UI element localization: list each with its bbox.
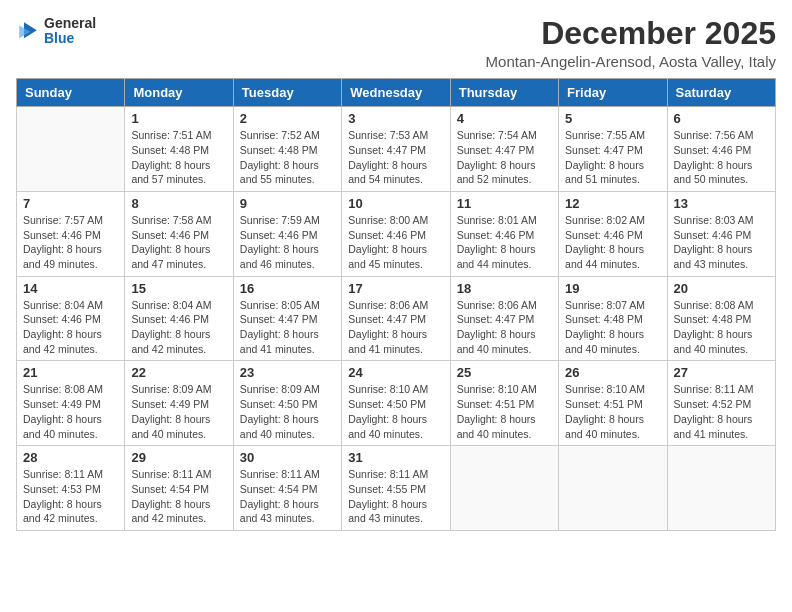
day-number: 8 xyxy=(131,196,226,211)
day-info: Sunrise: 7:54 AMSunset: 4:47 PMDaylight:… xyxy=(457,128,552,187)
logo-blue: Blue xyxy=(44,31,96,46)
day-info: Sunrise: 8:01 AMSunset: 4:46 PMDaylight:… xyxy=(457,213,552,272)
day-number: 22 xyxy=(131,365,226,380)
day-info: Sunrise: 8:11 AMSunset: 4:52 PMDaylight:… xyxy=(674,382,769,441)
calendar-header-thursday: Thursday xyxy=(450,79,558,107)
day-number: 29 xyxy=(131,450,226,465)
day-info: Sunrise: 8:10 AMSunset: 4:51 PMDaylight:… xyxy=(565,382,660,441)
header: General Blue December 2025 Montan-Angeli… xyxy=(16,16,776,70)
day-info: Sunrise: 8:06 AMSunset: 4:47 PMDaylight:… xyxy=(457,298,552,357)
calendar-cell xyxy=(667,446,775,531)
calendar-header-saturday: Saturday xyxy=(667,79,775,107)
day-info: Sunrise: 8:10 AMSunset: 4:50 PMDaylight:… xyxy=(348,382,443,441)
logo-icon xyxy=(16,19,40,43)
calendar-cell: 12Sunrise: 8:02 AMSunset: 4:46 PMDayligh… xyxy=(559,191,667,276)
calendar-cell: 24Sunrise: 8:10 AMSunset: 4:50 PMDayligh… xyxy=(342,361,450,446)
title-area: December 2025 Montan-Angelin-Arensod, Ao… xyxy=(486,16,776,70)
day-number: 18 xyxy=(457,281,552,296)
calendar-cell: 13Sunrise: 8:03 AMSunset: 4:46 PMDayligh… xyxy=(667,191,775,276)
day-number: 15 xyxy=(131,281,226,296)
day-number: 13 xyxy=(674,196,769,211)
calendar-header-monday: Monday xyxy=(125,79,233,107)
calendar-cell: 16Sunrise: 8:05 AMSunset: 4:47 PMDayligh… xyxy=(233,276,341,361)
day-number: 6 xyxy=(674,111,769,126)
month-title: December 2025 xyxy=(486,16,776,51)
calendar-cell: 3Sunrise: 7:53 AMSunset: 4:47 PMDaylight… xyxy=(342,107,450,192)
day-info: Sunrise: 7:52 AMSunset: 4:48 PMDaylight:… xyxy=(240,128,335,187)
day-info: Sunrise: 8:00 AMSunset: 4:46 PMDaylight:… xyxy=(348,213,443,272)
calendar-cell: 25Sunrise: 8:10 AMSunset: 4:51 PMDayligh… xyxy=(450,361,558,446)
calendar-cell: 14Sunrise: 8:04 AMSunset: 4:46 PMDayligh… xyxy=(17,276,125,361)
calendar-cell: 23Sunrise: 8:09 AMSunset: 4:50 PMDayligh… xyxy=(233,361,341,446)
calendar-cell: 6Sunrise: 7:56 AMSunset: 4:46 PMDaylight… xyxy=(667,107,775,192)
day-number: 11 xyxy=(457,196,552,211)
calendar-week-row: 28Sunrise: 8:11 AMSunset: 4:53 PMDayligh… xyxy=(17,446,776,531)
calendar-cell: 19Sunrise: 8:07 AMSunset: 4:48 PMDayligh… xyxy=(559,276,667,361)
calendar-cell: 7Sunrise: 7:57 AMSunset: 4:46 PMDaylight… xyxy=(17,191,125,276)
day-number: 27 xyxy=(674,365,769,380)
calendar-header-friday: Friday xyxy=(559,79,667,107)
calendar-cell: 18Sunrise: 8:06 AMSunset: 4:47 PMDayligh… xyxy=(450,276,558,361)
day-info: Sunrise: 8:05 AMSunset: 4:47 PMDaylight:… xyxy=(240,298,335,357)
calendar-week-row: 21Sunrise: 8:08 AMSunset: 4:49 PMDayligh… xyxy=(17,361,776,446)
calendar-header-wednesday: Wednesday xyxy=(342,79,450,107)
calendar-cell: 8Sunrise: 7:58 AMSunset: 4:46 PMDaylight… xyxy=(125,191,233,276)
day-number: 23 xyxy=(240,365,335,380)
calendar-cell: 9Sunrise: 7:59 AMSunset: 4:46 PMDaylight… xyxy=(233,191,341,276)
day-number: 5 xyxy=(565,111,660,126)
day-number: 16 xyxy=(240,281,335,296)
day-info: Sunrise: 7:57 AMSunset: 4:46 PMDaylight:… xyxy=(23,213,118,272)
page-container: General Blue December 2025 Montan-Angeli… xyxy=(16,16,776,531)
day-info: Sunrise: 8:02 AMSunset: 4:46 PMDaylight:… xyxy=(565,213,660,272)
day-info: Sunrise: 7:59 AMSunset: 4:46 PMDaylight:… xyxy=(240,213,335,272)
calendar-week-row: 1Sunrise: 7:51 AMSunset: 4:48 PMDaylight… xyxy=(17,107,776,192)
calendar-cell: 10Sunrise: 8:00 AMSunset: 4:46 PMDayligh… xyxy=(342,191,450,276)
day-info: Sunrise: 8:04 AMSunset: 4:46 PMDaylight:… xyxy=(131,298,226,357)
calendar-cell: 30Sunrise: 8:11 AMSunset: 4:54 PMDayligh… xyxy=(233,446,341,531)
calendar-table: SundayMondayTuesdayWednesdayThursdayFrid… xyxy=(16,78,776,531)
location-subtitle: Montan-Angelin-Arensod, Aosta Valley, It… xyxy=(486,53,776,70)
calendar-cell: 26Sunrise: 8:10 AMSunset: 4:51 PMDayligh… xyxy=(559,361,667,446)
logo-general: General xyxy=(44,16,96,31)
day-info: Sunrise: 8:11 AMSunset: 4:54 PMDaylight:… xyxy=(240,467,335,526)
day-info: Sunrise: 8:06 AMSunset: 4:47 PMDaylight:… xyxy=(348,298,443,357)
day-number: 1 xyxy=(131,111,226,126)
day-number: 7 xyxy=(23,196,118,211)
day-info: Sunrise: 8:09 AMSunset: 4:50 PMDaylight:… xyxy=(240,382,335,441)
day-info: Sunrise: 8:08 AMSunset: 4:48 PMDaylight:… xyxy=(674,298,769,357)
day-info: Sunrise: 8:11 AMSunset: 4:55 PMDaylight:… xyxy=(348,467,443,526)
calendar-cell: 28Sunrise: 8:11 AMSunset: 4:53 PMDayligh… xyxy=(17,446,125,531)
calendar-cell xyxy=(559,446,667,531)
day-info: Sunrise: 7:56 AMSunset: 4:46 PMDaylight:… xyxy=(674,128,769,187)
day-number: 17 xyxy=(348,281,443,296)
calendar-header-sunday: Sunday xyxy=(17,79,125,107)
day-info: Sunrise: 7:58 AMSunset: 4:46 PMDaylight:… xyxy=(131,213,226,272)
calendar-week-row: 14Sunrise: 8:04 AMSunset: 4:46 PMDayligh… xyxy=(17,276,776,361)
calendar-cell: 22Sunrise: 8:09 AMSunset: 4:49 PMDayligh… xyxy=(125,361,233,446)
day-number: 2 xyxy=(240,111,335,126)
day-number: 19 xyxy=(565,281,660,296)
day-info: Sunrise: 8:08 AMSunset: 4:49 PMDaylight:… xyxy=(23,382,118,441)
calendar-cell: 5Sunrise: 7:55 AMSunset: 4:47 PMDaylight… xyxy=(559,107,667,192)
day-number: 12 xyxy=(565,196,660,211)
day-number: 31 xyxy=(348,450,443,465)
day-info: Sunrise: 7:55 AMSunset: 4:47 PMDaylight:… xyxy=(565,128,660,187)
day-number: 30 xyxy=(240,450,335,465)
calendar-cell: 31Sunrise: 8:11 AMSunset: 4:55 PMDayligh… xyxy=(342,446,450,531)
day-number: 24 xyxy=(348,365,443,380)
day-info: Sunrise: 7:53 AMSunset: 4:47 PMDaylight:… xyxy=(348,128,443,187)
day-number: 14 xyxy=(23,281,118,296)
calendar-cell: 17Sunrise: 8:06 AMSunset: 4:47 PMDayligh… xyxy=(342,276,450,361)
day-number: 21 xyxy=(23,365,118,380)
day-info: Sunrise: 8:10 AMSunset: 4:51 PMDaylight:… xyxy=(457,382,552,441)
day-number: 25 xyxy=(457,365,552,380)
logo-text: General Blue xyxy=(44,16,96,47)
calendar-cell: 21Sunrise: 8:08 AMSunset: 4:49 PMDayligh… xyxy=(17,361,125,446)
calendar-cell xyxy=(17,107,125,192)
day-info: Sunrise: 8:04 AMSunset: 4:46 PMDaylight:… xyxy=(23,298,118,357)
day-number: 4 xyxy=(457,111,552,126)
day-info: Sunrise: 8:11 AMSunset: 4:54 PMDaylight:… xyxy=(131,467,226,526)
day-info: Sunrise: 8:11 AMSunset: 4:53 PMDaylight:… xyxy=(23,467,118,526)
calendar-cell: 29Sunrise: 8:11 AMSunset: 4:54 PMDayligh… xyxy=(125,446,233,531)
calendar-cell: 2Sunrise: 7:52 AMSunset: 4:48 PMDaylight… xyxy=(233,107,341,192)
